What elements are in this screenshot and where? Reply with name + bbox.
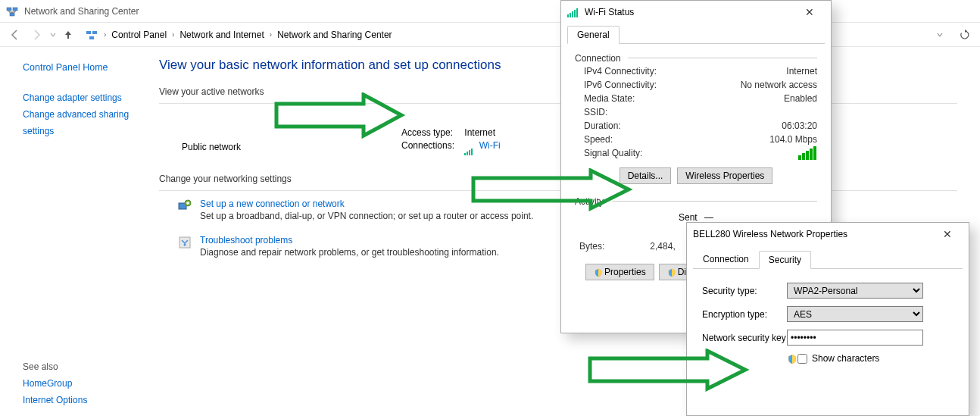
breadcrumb-separator: ›: [170, 30, 176, 39]
breadcrumb-icon: [86, 29, 98, 41]
duration-label: Duration:: [584, 119, 621, 133]
internet-options-link[interactable]: Internet Options: [23, 392, 87, 408]
breadcrumb-network-internet[interactable]: Network and Internet: [177, 28, 266, 42]
ipv4-label: IPv4 Connectivity:: [584, 64, 657, 78]
network-type-label: Public network: [182, 142, 241, 152]
svg-rect-1: [13, 8, 17, 11]
wifi-status-title: Wi-Fi Status: [585, 7, 634, 17]
forward-button[interactable]: [27, 26, 45, 44]
speed-label: Speed:: [584, 133, 613, 146]
props-tabs: Connection Security: [693, 250, 963, 269]
props-title: BELL280 Wireless Network Properties: [693, 229, 847, 239]
svg-rect-2: [10, 13, 14, 16]
security-key-label: Network security key: [702, 333, 787, 343]
signal-quality-label: Signal Quality:: [584, 146, 642, 160]
media-state-label: Media State:: [584, 92, 635, 105]
ipv6-label: IPv6 Connectivity:: [584, 78, 657, 92]
change-adapter-link[interactable]: Change adapter settings: [23, 89, 159, 106]
close-button[interactable]: ✕: [932, 224, 963, 245]
shield-icon: [667, 268, 676, 277]
wifi-signal-icon: [464, 142, 475, 150]
arrow-annotation-2: [470, 168, 636, 221]
change-advanced-sharing-link[interactable]: Change advanced sharing settings: [23, 106, 159, 139]
connections-label: Connections:: [401, 139, 462, 152]
svg-rect-7: [86, 31, 91, 34]
troubleshoot-desc: Diagnose and repair network problems, or…: [200, 247, 499, 258]
svg-rect-0: [7, 8, 11, 11]
wifi-status-titlebar: Wi-Fi Status ✕: [561, 1, 831, 23]
setup-connection-icon: [177, 199, 192, 214]
wifi-connection-link[interactable]: Wi-Fi: [479, 140, 501, 151]
wireless-properties-button[interactable]: Wireless Properties: [677, 167, 772, 184]
duration-value: 06:03:20: [782, 119, 817, 133]
security-type-label: Security type:: [702, 286, 787, 296]
back-button[interactable]: [6, 26, 24, 44]
see-also-label: See also: [23, 361, 87, 372]
refresh-button[interactable]: [956, 26, 974, 44]
connection-section-label: Connection: [575, 53, 817, 64]
up-button[interactable]: [61, 27, 76, 42]
history-dropdown[interactable]: [48, 26, 58, 44]
ipv6-value: No network access: [741, 78, 817, 92]
network-center-icon: [6, 5, 18, 17]
panel-title: View your basic network information and …: [159, 58, 957, 73]
bytes-label: Bytes:: [579, 239, 604, 253]
access-type-label: Access type:: [401, 127, 462, 139]
security-key-input[interactable]: [787, 330, 923, 346]
window-title: Network and Sharing Center: [24, 6, 139, 17]
troubleshoot-icon: [177, 235, 192, 250]
close-button[interactable]: ✕: [794, 2, 825, 23]
tab-connection[interactable]: Connection: [693, 250, 759, 268]
network-info: Access type: Internet Connections: Wi-Fi: [401, 127, 501, 152]
wifi-status-tabs: General: [567, 25, 825, 44]
navbar: › Control Panel › Network and Internet ›…: [0, 23, 980, 47]
breadcrumb-separator: ›: [102, 30, 108, 39]
ipv4-value: Internet: [786, 64, 817, 78]
arrow-annotation-3: [586, 349, 753, 402]
tab-security[interactable]: Security: [759, 251, 811, 269]
ssid-label: SSID:: [584, 105, 607, 119]
bytes-sent-value: 2,484,: [650, 239, 675, 253]
svg-rect-9: [89, 36, 94, 39]
access-type-value: Internet: [464, 127, 495, 138]
svg-rect-8: [92, 31, 97, 34]
control-panel-home-link[interactable]: Control Panel Home: [23, 62, 159, 73]
sent-label: Sent: [679, 212, 698, 223]
speed-value: 104.0 Mbps: [769, 133, 817, 146]
breadcrumb-network-sharing[interactable]: Network and Sharing Center: [275, 28, 394, 42]
encryption-type-label: Encryption type:: [702, 309, 787, 320]
titlebar: Network and Sharing Center: [0, 0, 980, 23]
setup-connection-link[interactable]: Set up a new connection or network: [200, 199, 345, 209]
svg-point-13: [184, 244, 186, 246]
security-type-select[interactable]: WPA2-Personal: [787, 283, 923, 299]
wifi-signal-icon: [567, 7, 579, 17]
properties-button[interactable]: Properties: [585, 264, 654, 280]
breadcrumb-control-panel[interactable]: Control Panel: [109, 28, 169, 42]
show-characters-label[interactable]: Show characters: [812, 353, 879, 364]
breadcrumb-separator: ›: [268, 30, 273, 39]
troubleshoot-link[interactable]: Troubleshoot problems: [200, 235, 292, 246]
media-state-value: Enabled: [784, 92, 817, 105]
breadcrumb-dropdown[interactable]: [934, 30, 946, 40]
signal-quality-bars: [798, 146, 817, 160]
tab-general[interactable]: General: [567, 26, 620, 44]
homegroup-link[interactable]: HomeGroup: [23, 375, 87, 392]
sidebar: Control Panel Home Change adapter settin…: [0, 47, 159, 416]
shield-icon: [594, 268, 603, 277]
shield-icon: [787, 354, 796, 363]
show-characters-checkbox[interactable]: [797, 354, 807, 364]
arrow-annotation-1: [273, 92, 409, 153]
encryption-type-select[interactable]: AES: [787, 306, 923, 322]
props-titlebar: BELL280 Wireless Network Properties ✕: [687, 223, 969, 246]
